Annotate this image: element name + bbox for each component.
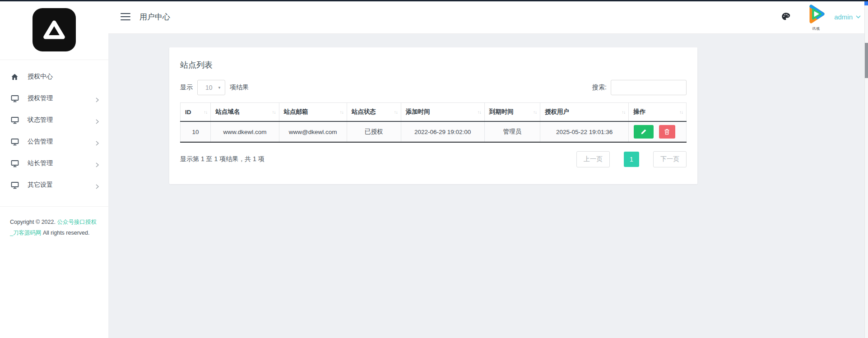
copyright-suffix: All rights reserved. [43, 230, 90, 236]
cell-auth-user: 2025-05-22 19:01:36 [540, 121, 628, 142]
pencil-icon [641, 129, 647, 135]
copyright-prefix: Copyright © 2022. [10, 219, 56, 225]
cell-email: www@dkewl.com [279, 121, 347, 142]
logo-container [0, 0, 108, 60]
sidebar-item-notice-manage[interactable]: 公告管理 [0, 131, 108, 153]
user-name: admin [834, 13, 853, 21]
column-header-id[interactable]: ID↑↓ [181, 103, 211, 122]
top-bar: 用户中心 讯视 admin [108, 0, 868, 34]
prev-page-button[interactable]: 上一页 [576, 151, 610, 167]
length-prefix-label: 显示 [180, 83, 193, 92]
page-title: 用户中心 [139, 12, 170, 22]
hamburger-menu-icon[interactable] [121, 11, 130, 23]
column-header-actions[interactable]: 操作↑↓ [629, 103, 687, 122]
monitor-icon [11, 138, 20, 146]
monitor-icon [11, 181, 20, 189]
delete-button[interactable] [659, 125, 675, 139]
window-top-edge [0, 0, 868, 1]
sidebar-item-auth-center[interactable]: 授权中心 [0, 66, 108, 88]
sidebar-item-other-settings[interactable]: 其它设置 [0, 174, 108, 196]
sort-icons: ↑↓ [478, 110, 481, 115]
page-1-button[interactable]: 1 [624, 152, 639, 167]
sort-icons: ↑↓ [204, 110, 207, 115]
monitor-icon [11, 116, 20, 124]
cell-actions [629, 121, 687, 142]
cell-domain: www.dkewl.com [211, 121, 279, 142]
column-header-domain[interactable]: 站点域名↑↓ [211, 103, 279, 122]
main-area: 用户中心 讯视 admin [108, 0, 868, 338]
site-list-card: 站点列表 显示 10 ▼ 项结果 搜索: [169, 47, 697, 184]
sidebar-item-auth-manage[interactable]: 授权管理 [0, 88, 108, 109]
column-header-expire-time[interactable]: 到期时间↑↓ [484, 103, 540, 122]
chevron-right-icon [96, 139, 99, 148]
sidebar-item-label: 状态管理 [28, 116, 53, 124]
chevron-right-icon [96, 118, 99, 126]
table-row: 10 www.dkewl.com www@dkewl.com 已授权 2022-… [181, 121, 687, 142]
column-header-email[interactable]: 站点邮箱↑↓ [279, 103, 347, 122]
card-title: 站点列表 [180, 60, 687, 70]
sort-icons: ↑↓ [622, 110, 625, 115]
sort-icons: ↑↓ [533, 110, 537, 115]
table-controls: 显示 10 ▼ 项结果 搜索: [180, 80, 687, 95]
length-suffix-label: 项结果 [230, 83, 249, 92]
avatar-caption: 讯视 [803, 27, 830, 31]
chevron-right-icon [96, 96, 99, 104]
cell-added-time: 2022-06-29 19:02:00 [401, 121, 484, 142]
sidebar: 授权中心 授权管理 状态管理 公告管理 [0, 0, 108, 338]
vertical-scrollbar[interactable] [864, 0, 868, 338]
trash-icon [664, 129, 670, 135]
results-info: 显示第 1 至 1 项结果，共 1 项 [180, 155, 265, 163]
copyright: Copyright © 2022. 公众号接口授权_刀客源码网 All righ… [0, 207, 108, 238]
sidebar-item-label: 公告管理 [28, 138, 53, 146]
edit-button[interactable] [634, 125, 654, 139]
cell-status: 已授权 [347, 121, 401, 142]
search-label: 搜索: [592, 83, 607, 92]
cell-expire-time: 管理员 [484, 121, 540, 142]
page-length-control: 显示 10 ▼ 项结果 [180, 80, 249, 95]
column-header-auth-user[interactable]: 授权用户↑↓ [540, 103, 628, 122]
monitor-icon [11, 95, 20, 102]
home-icon [11, 73, 20, 81]
sidebar-item-status-manage[interactable]: 状态管理 [0, 109, 108, 131]
chevron-down-icon [856, 15, 861, 19]
sort-icons: ↑↓ [394, 110, 398, 115]
sidebar-item-label: 其它设置 [28, 181, 53, 189]
table-footer: 显示第 1 至 1 项结果，共 1 项 上一页 1 下一页 [180, 151, 687, 167]
user-avatar[interactable]: 讯视 [803, 3, 830, 31]
page-length-select[interactable]: 10 ▼ [197, 80, 225, 95]
topbar-right: 讯视 admin [781, 3, 868, 31]
monitor-icon [11, 160, 20, 167]
pagination: 上一页 1 下一页 [576, 151, 687, 167]
video-play-logo-icon [805, 3, 827, 25]
sidebar-nav: 授权中心 授权管理 状态管理 公告管理 [0, 60, 108, 196]
column-header-added-time[interactable]: 添加时间↑↓ [401, 103, 484, 122]
search-input[interactable] [611, 80, 687, 95]
page-length-value: 10 [205, 84, 213, 91]
sidebar-item-label: 授权管理 [28, 94, 53, 102]
app-logo [32, 8, 76, 51]
column-header-status[interactable]: 站点状态↑↓ [347, 103, 401, 122]
sort-icons: ↑↓ [679, 110, 683, 115]
search-control: 搜索: [592, 80, 687, 95]
user-dropdown[interactable]: admin [834, 13, 861, 21]
sort-icons: ↑↓ [272, 110, 276, 115]
site-table: ID↑↓ 站点域名↑↓ 站点邮箱↑↓ 站点状态↑↓ 添加时间↑↓ 到期时间↑↓ … [180, 102, 687, 143]
chevron-right-icon [96, 161, 99, 169]
sidebar-item-label: 站长管理 [28, 159, 53, 167]
chevron-right-icon [96, 183, 99, 191]
sort-icons: ↑↓ [340, 110, 343, 115]
sidebar-item-webmaster-manage[interactable]: 站长管理 [0, 153, 108, 174]
content-area: 站点列表 显示 10 ▼ 项结果 搜索: [108, 34, 868, 338]
next-page-button[interactable]: 下一页 [653, 151, 687, 167]
palette-icon[interactable] [781, 12, 791, 22]
table-header-row: ID↑↓ 站点域名↑↓ 站点邮箱↑↓ 站点状态↑↓ 添加时间↑↓ 到期时间↑↓ … [181, 103, 687, 122]
scrollbar-thumb[interactable] [865, 43, 868, 78]
select-caret-icon: ▼ [218, 86, 221, 90]
cell-id: 10 [181, 121, 211, 142]
drive-triangle-icon [42, 18, 66, 42]
sidebar-item-label: 授权中心 [28, 73, 53, 81]
